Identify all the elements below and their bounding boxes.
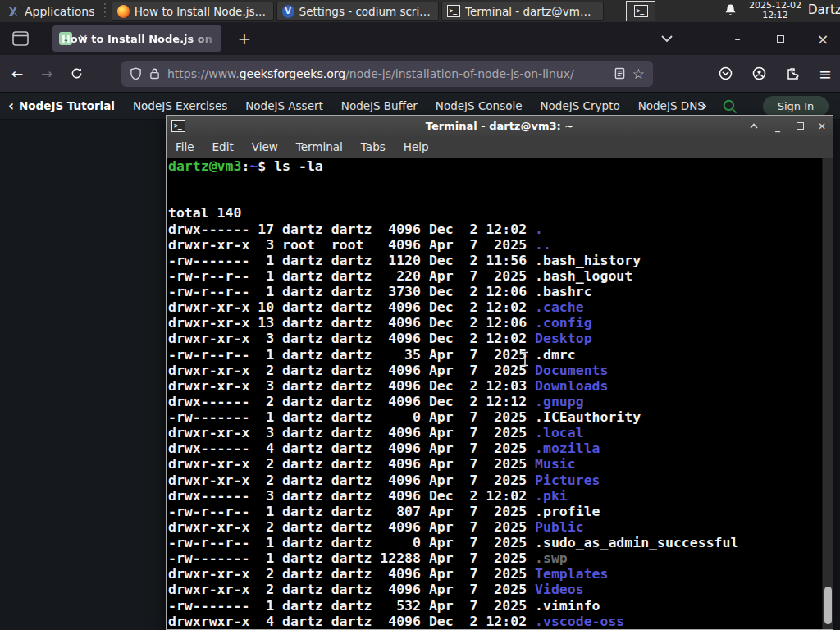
tab-title: How to Install Node.js on xyxy=(52,33,221,45)
new-tab-button[interactable]: + xyxy=(233,27,256,50)
terminal-menubar: FileEditViewTerminalTabsHelp xyxy=(167,136,833,158)
window-close-button[interactable]: ✕ xyxy=(816,121,828,132)
window-maximize-button[interactable] xyxy=(794,121,806,132)
notification-bell-icon[interactable] xyxy=(724,3,737,17)
gfg-nav-link[interactable]: NodeJS Crypto xyxy=(541,99,638,112)
terminal-line: drwx------ 2 dartz dartz 4096 Dec 2 12:1… xyxy=(168,394,833,409)
terminal-menu-file[interactable]: File xyxy=(167,140,203,153)
account-icon[interactable] xyxy=(752,66,766,80)
terminal-line: drwxr-xr-x 3 dartz dartz 4096 Apr 7 2025… xyxy=(168,425,833,441)
url-text: https://www.geeksforgeeks.org/node-js/in… xyxy=(167,67,607,80)
terminal-line: drwxr-xr-x 3 root root 4096 Apr 7 2025 .… xyxy=(168,237,833,253)
browser-tab[interactable]: ∞ How to Install Node.js on × xyxy=(52,25,221,52)
window-buttons-area: How to Install Node.js o...VSettings - c… xyxy=(112,2,606,21)
browser-close-button[interactable]: × xyxy=(812,30,833,48)
desktop: Applications How to Install Node.js o...… xyxy=(0,0,840,630)
terminal-title: Terminal - dartz@vm3: ~ xyxy=(167,120,833,132)
terminal-line: -rw------- 1 dartz dartz 1120 Dec 2 11:5… xyxy=(168,253,833,268)
window-button-label: Settings - codium script... xyxy=(299,5,433,18)
applications-menu-icon xyxy=(7,5,20,18)
panel-clock[interactable]: 2025-12-02 12:12 xyxy=(748,1,802,21)
terminal-line: drwxr-xr-x 2 dartz dartz 4096 Apr 7 2025… xyxy=(168,472,833,488)
gfg-nav-link[interactable]: NodeJS Exercises xyxy=(133,99,245,112)
terminal-window: >_ Terminal - dartz@vm3: ~ _ ✕ FileEditV… xyxy=(166,115,833,630)
window-shade-button[interactable] xyxy=(750,123,761,129)
back-button[interactable]: ← xyxy=(5,62,30,86)
terminal-total-line: total 140 xyxy=(168,205,833,221)
terminal-titlebar[interactable]: >_ Terminal - dartz@vm3: ~ _ ✕ xyxy=(167,116,833,136)
terminal-line: drwxrwxr-x 4 dartz dartz 4096 Dec 2 12:0… xyxy=(168,614,833,629)
terminal-window-icon: >_ xyxy=(171,120,185,132)
terminal-line: -rw-r--r-- 1 dartz dartz 0 Apr 7 2025 .s… xyxy=(168,535,833,550)
reader-mode-icon[interactable] xyxy=(614,67,625,80)
bookmark-star-icon[interactable]: ☆ xyxy=(632,66,645,82)
window-minimize-button[interactable]: _ xyxy=(772,121,783,132)
terminal-line: drwx------ 4 dartz dartz 4096 Apr 7 2025… xyxy=(168,441,833,456)
terminal-scrollbar[interactable] xyxy=(822,158,833,629)
tracking-shield-icon[interactable] xyxy=(130,67,142,80)
hamburger-menu-icon[interactable]: ≡ xyxy=(819,65,832,83)
mouse-cursor-ibeam xyxy=(520,351,530,367)
terminal-scrollbar-thumb[interactable] xyxy=(824,587,832,624)
terminal-line: drwxr-xr-x 3 dartz dartz 4096 Dec 2 12:0… xyxy=(168,378,833,394)
terminal-line: drwxr-xr-x 13 dartz dartz 4096 Dec 2 12:… xyxy=(168,315,833,331)
terminal-line: drwxr-xr-x 2 dartz dartz 4096 Apr 7 2025… xyxy=(168,582,833,597)
gfg-nav-link[interactable]: NodeJS Tutorial xyxy=(19,99,133,112)
terminal-line: -rw------- 1 dartz dartz 532 Apr 7 2025 … xyxy=(168,598,833,614)
browser-maximize-button[interactable] xyxy=(769,32,791,45)
lock-icon[interactable] xyxy=(149,67,160,80)
window-button-label: How to Install Node.js o... xyxy=(135,5,268,18)
browser-minimize-button[interactable]: – xyxy=(727,32,748,45)
window-button-label: Terminal - dartz@vm3: ~ xyxy=(465,5,598,18)
vscodium-icon: V xyxy=(282,5,294,18)
firefox-view-icon[interactable] xyxy=(8,27,33,50)
terminal-icon: >_ xyxy=(634,5,648,17)
forward-button[interactable]: → xyxy=(34,62,59,86)
nav-scroll-left-icon[interactable]: ‹ xyxy=(8,98,14,114)
tab-strip: ∞ How to Install Node.js on × + – × xyxy=(0,22,840,55)
terminal-menu-edit[interactable]: Edit xyxy=(203,140,243,153)
terminal-menu-terminal[interactable]: Terminal xyxy=(287,140,352,153)
pocket-icon[interactable] xyxy=(719,66,733,80)
firefox-icon xyxy=(117,5,130,18)
list-all-tabs-icon[interactable] xyxy=(661,35,682,43)
url-bar[interactable]: https://www.geeksforgeeks.org/node-js/in… xyxy=(121,61,653,87)
search-icon[interactable] xyxy=(722,98,737,114)
nav-scroll-right-icon[interactable]: › xyxy=(701,98,707,114)
terminal-line: -rw------- 1 dartz dartz 12288 Apr 7 202… xyxy=(168,550,833,566)
terminal-menu-help[interactable]: Help xyxy=(395,140,438,153)
terminal-line: drwxr-xr-x 2 dartz dartz 4096 Apr 7 2025… xyxy=(168,363,833,378)
reload-button[interactable] xyxy=(64,62,89,86)
sign-in-button[interactable]: Sign In xyxy=(763,96,829,116)
browser-window-controls: – × xyxy=(661,22,833,55)
window-button-terminal[interactable]: >_Terminal - dartz@vm3: ~ xyxy=(441,2,604,21)
navigation-toolbar: ← → https://www.geeksforgeeks.org/node-j… xyxy=(0,55,840,93)
terminal-line: drwx------ 17 dartz dartz 4096 Dec 2 12:… xyxy=(168,221,833,237)
terminal-window-controls: _ ✕ xyxy=(750,121,828,132)
terminal-menu-tabs[interactable]: Tabs xyxy=(352,140,395,153)
gfg-nav-link[interactable]: NodeJS DNS xyxy=(638,99,723,112)
toolbar-right-icons: ≡ xyxy=(719,65,832,83)
window-button-firefox[interactable]: How to Install Node.js o... xyxy=(112,2,274,21)
panel-separator xyxy=(102,3,108,20)
terminal-icon: >_ xyxy=(447,5,460,17)
tray-terminal-icon[interactable]: >_ xyxy=(626,1,655,21)
terminal-line: -rw-r--r-- 1 dartz dartz 3730 Dec 2 12:0… xyxy=(168,284,833,299)
user-menu[interactable]: Dartz xyxy=(808,2,840,17)
terminal-line: drwxr-xr-x 2 dartz dartz 4096 Apr 7 2025… xyxy=(168,566,833,582)
gfg-nav-link[interactable]: NodeJS Assert xyxy=(245,99,341,112)
top-panel: Applications How to Install Node.js o...… xyxy=(0,0,840,22)
terminal-line: drwx------ 3 dartz dartz 4096 Dec 2 12:0… xyxy=(168,488,833,504)
applications-menu-button[interactable]: Applications xyxy=(0,0,102,22)
gfg-nav-links: NodeJS TutorialNodeJS ExercisesNodeJS As… xyxy=(19,99,723,112)
window-button-vscodium[interactable]: VSettings - codium script... xyxy=(276,2,439,21)
terminal-line: drwxr-xr-x 3 dartz dartz 4096 Dec 2 12:0… xyxy=(168,331,833,346)
gfg-nav-link[interactable]: NodeJS Console xyxy=(436,99,541,112)
terminal-menu-view[interactable]: View xyxy=(243,140,287,153)
terminal-line: -rw-r--r-- 1 dartz dartz 35 Apr 7 2025 .… xyxy=(168,347,833,363)
terminal-line: drwxr-xr-x 2 dartz dartz 4096 Apr 7 2025… xyxy=(168,456,833,472)
terminal-content[interactable]: dartz@vm3:~$ ls -la total 140drwx------ … xyxy=(167,158,833,629)
gfg-nav-link[interactable]: NodeJS Buffer xyxy=(341,99,436,112)
extensions-puzzle-icon[interactable] xyxy=(786,67,799,80)
terminal-line: drwxr-xr-x 10 dartz dartz 4096 Dec 2 12:… xyxy=(168,299,833,315)
